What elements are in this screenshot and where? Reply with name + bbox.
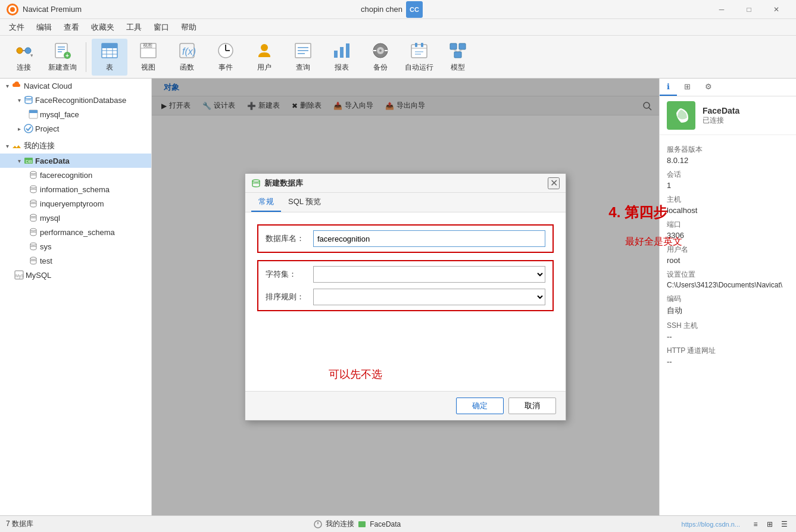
menu-view[interactable]: 查看	[58, 20, 85, 35]
sidebar-mysql-face[interactable]: mysql_face	[0, 107, 151, 121]
dialog-tab-general[interactable]: 常规	[251, 193, 281, 212]
ssh-label: SSH 主机	[667, 321, 789, 331]
ok-button[interactable]: 确定	[456, 398, 504, 414]
sidebar-information-schema[interactable]: information_schema	[0, 182, 151, 196]
toolbar-function[interactable]: f(x) 函数	[169, 39, 205, 76]
port-label: 端口	[667, 220, 789, 230]
right-tab-info[interactable]: ℹ	[660, 79, 677, 96]
db-name-input[interactable]	[313, 230, 545, 247]
information-schema-label: information_schema	[40, 185, 110, 194]
sidebar-facedata[interactable]: ▾ DB FaceData	[0, 154, 151, 168]
annotation-step: 4. 第四步	[608, 203, 667, 222]
toolbar-schedule[interactable]: 自动运行	[401, 39, 437, 76]
sidebar-performance-schema[interactable]: performance_schema	[0, 225, 151, 239]
dialog-content: 数据库名： 字符集：	[245, 212, 566, 391]
svg-point-51	[25, 96, 32, 99]
charset-select[interactable]	[313, 266, 545, 283]
svg-point-37	[379, 49, 382, 52]
http-value: --	[667, 357, 789, 366]
titlebar: Navicat Premium chopin chen CC ─ □ ✕	[0, 0, 796, 19]
encoding-label: 编码	[667, 294, 789, 304]
dialog-footer: 确定 取消	[245, 391, 566, 420]
db-icon4	[29, 213, 38, 223]
annotation-optional: 可以先不选	[329, 367, 382, 381]
schedule-icon	[410, 41, 429, 60]
toolbar-report[interactable]: 报表	[324, 39, 360, 76]
svg-rect-48	[454, 52, 461, 58]
detail-view-icon[interactable]: ☰	[778, 518, 790, 530]
ssh-value: --	[667, 332, 789, 341]
cancel-button[interactable]: 取消	[508, 398, 556, 414]
list-view-icon[interactable]: ≡	[750, 518, 761, 530]
dialog-tab-sql[interactable]: SQL 预览	[281, 193, 328, 212]
svg-line-50	[458, 49, 463, 52]
svg-rect-43	[421, 43, 423, 47]
menu-window[interactable]: 窗口	[148, 20, 175, 35]
menu-favorites[interactable]: 收藏夹	[85, 20, 120, 35]
view-icon: 视图	[139, 41, 158, 60]
toolbar-model[interactable]: 模型	[440, 39, 476, 76]
menu-tools[interactable]: 工具	[120, 20, 148, 35]
collation-select[interactable]	[313, 289, 545, 305]
menu-file[interactable]: 文件	[3, 20, 30, 35]
right-tab-grid[interactable]: ⊞	[677, 79, 698, 96]
connection-info: 我的连接 FaceData	[314, 519, 401, 529]
db-icon6	[29, 242, 38, 251]
anchor-icon	[314, 520, 322, 528]
sidebar-sys[interactable]: sys	[0, 239, 151, 254]
bottombar: 7 数据库 我的连接 FaceData https://blog.csdn.n.…	[0, 515, 796, 532]
toolbar-event[interactable]: 事件	[208, 39, 244, 76]
svg-rect-32	[334, 51, 338, 58]
db-icon3	[29, 199, 38, 208]
event-icon	[216, 41, 235, 60]
sidebar-inqueryemptyroom[interactable]: inqueryemptyroom	[0, 196, 151, 211]
grid-view-icon[interactable]: ⊞	[764, 518, 776, 530]
svg-rect-40	[411, 45, 427, 58]
sidebar-mysql-conn[interactable]: MySQL MySQL	[0, 268, 151, 282]
toolbar-view[interactable]: 视图 视图	[130, 39, 166, 76]
maximize-button[interactable]: □	[735, 0, 763, 19]
svg-point-62	[30, 200, 36, 202]
report-icon	[332, 41, 351, 60]
close-button[interactable]: ✕	[763, 0, 790, 19]
menu-help[interactable]: 帮助	[175, 20, 202, 35]
toolbar-connect[interactable]: ▾ 连接	[6, 39, 42, 76]
expand-icon: ▾	[14, 95, 24, 105]
expand-icon: ▾	[2, 141, 12, 151]
myconn-icon	[12, 141, 21, 151]
toolbar-user[interactable]: 用户	[246, 39, 282, 76]
sidebar-facerecognitiondb[interactable]: ▾ FaceRecognitionDatabase	[0, 93, 151, 107]
database-icon	[24, 95, 33, 105]
sidebar-facerecognition[interactable]: facerecognition	[0, 168, 151, 182]
facedata-icon-bottom	[358, 520, 366, 528]
annotation-english: 最好全是英文	[625, 236, 682, 248]
db-name-control	[313, 230, 545, 247]
db-name-label: 数据库名：	[266, 233, 313, 244]
dialog-db-icon	[251, 178, 261, 188]
svg-point-3	[17, 48, 23, 54]
svg-rect-42	[415, 43, 417, 47]
sidebar-test[interactable]: test	[0, 254, 151, 268]
minimize-button[interactable]: ─	[708, 0, 735, 19]
myconn-label: 我的连接	[24, 140, 55, 151]
sidebar-myconn-section[interactable]: ▾ 我的连接	[0, 138, 151, 154]
svg-point-60	[30, 186, 36, 188]
right-conn-name: FaceData	[703, 106, 739, 115]
test-label: test	[40, 256, 52, 265]
toolbar-query[interactable]: 查询	[285, 39, 321, 76]
right-tab-settings[interactable]: ⚙	[698, 79, 719, 96]
toolbar-new-query[interactable]: + 新建查询	[45, 39, 80, 76]
menu-edit[interactable]: 编辑	[30, 20, 58, 35]
server-version-value: 8.0.12	[667, 156, 789, 165]
sidebar-project[interactable]: ▸ Project	[0, 121, 151, 136]
charset-group: 字符集： 排序规则：	[257, 260, 554, 311]
sidebar-mysql[interactable]: mysql	[0, 211, 151, 225]
toolbar-backup[interactable]: 备份	[363, 39, 398, 76]
svg-point-70	[30, 257, 36, 259]
dialog-close-button[interactable]: ✕	[548, 177, 560, 189]
sys-label: sys	[40, 242, 52, 251]
sidebar-cloud-section[interactable]: ▾ Navicat Cloud	[0, 79, 151, 93]
svg-point-68	[30, 243, 36, 245]
expand-icon: ▸	[14, 124, 24, 133]
toolbar-table[interactable]: 表	[92, 39, 127, 76]
